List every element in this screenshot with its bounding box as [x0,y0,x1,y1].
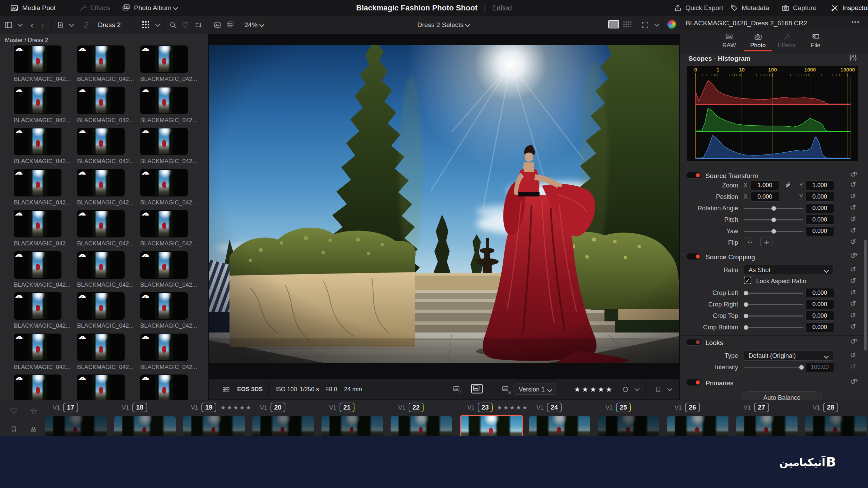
value-field-x[interactable]: 0.000 [751,192,779,202]
color-label-chevron-icon[interactable] [635,386,640,391]
version-number-badge[interactable]: 24 [547,403,562,412]
bookmark-icon[interactable] [654,386,662,393]
row-reset-icon[interactable]: ↺ [850,363,856,370]
filmstrip-thumbnail[interactable] [805,416,867,437]
reject-button[interactable]: ✕ [501,385,510,394]
version-number-badge[interactable]: 27 [754,403,769,412]
sort-icon[interactable] [194,21,203,29]
image-stack-icon[interactable] [226,21,234,30]
looks-toggle[interactable] [686,339,701,346]
import-chevron-icon[interactable] [69,22,74,27]
media-thumbnail[interactable]: ☁✓ [77,128,125,155]
filmstrip-thumbnail[interactable] [252,416,314,437]
row-reset-icon[interactable]: ↺ [850,193,856,200]
photo-album-button[interactable]: Photo Album [134,4,177,12]
slider[interactable] [744,293,803,294]
filmstrip-thumbnail[interactable] [114,416,176,437]
slider[interactable] [744,231,803,232]
row-reset-icon[interactable]: ↺ [850,312,856,319]
breadcrumb[interactable]: Master / Dress 2 [5,37,48,44]
filmstrip-rating-stars[interactable]: ★★★★★ [497,404,528,411]
search-icon[interactable] [169,21,177,29]
capture-button[interactable]: Capture [793,4,817,12]
media-pool-button[interactable]: Media Pool [22,4,55,12]
version-number-badge[interactable]: 21 [340,403,354,412]
filter-rating-icon[interactable]: ☆ [30,406,37,416]
filmstrip-rating-stars[interactable]: ★★★★★ [220,404,252,411]
back-button[interactable]: ‹ [31,20,33,30]
checkbox[interactable]: ✓ [744,277,751,284]
version-number-badge[interactable]: 26 [685,403,700,412]
media-thumbnail[interactable]: ☁✓ [77,169,125,196]
link-icon[interactable] [785,182,791,188]
filmstrip-thumbnail[interactable] [736,416,798,437]
source-cropping-toggle[interactable] [686,253,701,260]
row-reset-icon[interactable]: ↺ [850,323,856,330]
media-thumbnail[interactable]: ☁✓ [14,251,61,279]
version-number-badge[interactable]: 20 [270,403,285,412]
source-cropping-reset-icon[interactable]: ↺+ [850,252,860,260]
value-field-y[interactable]: 0.000 [806,192,834,202]
slider[interactable] [744,315,803,317]
row-reset-icon[interactable]: ↺ [850,204,856,211]
version-number-badge[interactable]: 25 [616,403,631,412]
metadata-button[interactable]: Metadata [742,4,769,12]
filmstrip-thumbnail[interactable] [667,416,728,437]
value-field[interactable]: 0.000 [806,322,834,332]
filmstrip-thumbnail[interactable] [322,416,383,437]
panel-chevron-icon[interactable] [18,22,23,27]
tab-photo[interactable]: Photo [745,32,771,49]
slider[interactable] [744,367,803,368]
filmstrip-thumbnail[interactable] [45,416,107,437]
value-field-y[interactable]: 1.000 [806,180,834,190]
slider[interactable] [744,219,803,220]
media-thumbnail[interactable]: ☁✓ [14,292,61,320]
quick-export-button[interactable]: Quick Export [685,4,723,12]
version-number-badge[interactable]: 19 [201,403,216,412]
version-number-badge[interactable]: 23 [478,403,493,412]
bookmark-chevron-icon[interactable] [667,386,672,391]
row-reset-icon[interactable]: ↺ [850,181,856,188]
media-thumbnail[interactable]: ☁✓ [14,169,61,196]
row-reset-icon[interactable]: ↺ [850,266,856,273]
media-thumbnail[interactable]: ☁✓ [77,251,125,279]
row-reset-icon[interactable]: ↺ [850,289,856,296]
filmstrip-thumbnail[interactable] [460,415,523,437]
tab-file[interactable]: File [802,32,829,49]
slider[interactable] [744,304,803,305]
media-thumbnail[interactable]: ☁✓ [140,292,188,320]
media-thumbnail[interactable]: ☁✓ [14,375,61,400]
row-reset-icon[interactable]: ↺ [850,216,856,222]
value-field[interactable]: 100.00 [806,362,834,372]
version-number-badge[interactable]: 28 [823,403,838,412]
inspector-button[interactable]: Inspector [842,4,868,12]
panel-toggle-icon[interactable] [4,21,13,30]
media-thumbnail[interactable]: ☁✓ [140,210,188,237]
media-thumbnail[interactable]: ☁✓ [14,87,61,114]
slider[interactable] [744,208,803,209]
filter-favorites-icon[interactable]: ♡ [10,406,17,416]
version-dropdown[interactable]: Version 1 [514,384,556,395]
media-thumbnail[interactable]: ☁✓ [14,210,61,237]
row-reset-icon[interactable]: ↺ [850,300,856,307]
row-reset-icon[interactable]: ↺ [850,352,856,359]
value-field[interactable]: 0.000 [806,203,834,213]
media-thumbnail[interactable]: ☁✓ [140,169,188,196]
flip-horizontal-button[interactable] [744,237,756,247]
value-field[interactable]: 0.000 [806,300,834,309]
media-thumbnail[interactable]: ☁✓ [77,45,125,73]
media-thumbnail[interactable]: ☁✓ [14,128,61,155]
media-thumbnail[interactable]: ☁✓ [140,334,188,361]
scopes-settings-icon[interactable] [849,53,857,62]
media-thumbnail[interactable]: ☁✓ [77,334,125,361]
dropdown[interactable]: Default (Original) [744,351,833,361]
slider[interactable] [744,327,803,328]
filmstrip-thumbnail[interactable] [183,416,245,437]
value-field[interactable]: 0.000 [806,288,834,298]
media-thumbnail[interactable]: ☁✓ [140,251,188,279]
row-reset-icon[interactable]: ↺ [850,277,856,284]
version-number-badge[interactable]: 22 [409,403,424,412]
tab-raw[interactable]: RAW [716,32,742,49]
fit-image-icon[interactable] [213,21,222,30]
row-reset-icon[interactable]: ↺ [850,238,856,245]
